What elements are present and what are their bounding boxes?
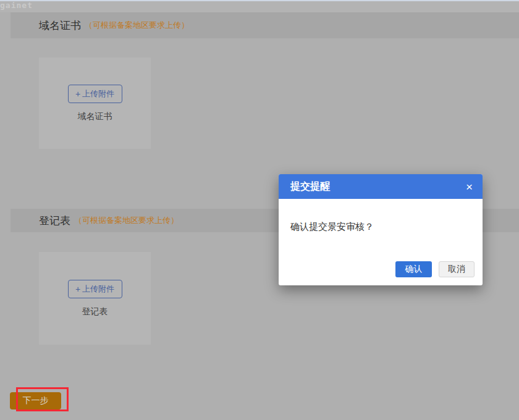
cancel-button[interactable]: 取消	[439, 261, 475, 277]
plus-icon: +	[75, 90, 80, 98]
top-strip	[0, 1, 519, 12]
upload-button-label: 上传附件	[82, 284, 114, 295]
dialog-header: 提交提醒 ×	[279, 174, 483, 199]
plus-icon: +	[75, 285, 80, 293]
section-hint: （可根据备案地区要求上传）	[85, 20, 189, 31]
dialog-footer: 确认 取消	[395, 261, 475, 277]
section-title: 登记表	[39, 214, 70, 228]
dialog-title: 提交提醒	[290, 180, 465, 193]
upload-card-label: 登记表	[82, 306, 108, 317]
upload-attachment-button[interactable]: + 上传附件	[68, 280, 122, 298]
upload-card-registration-form: + 上传附件 登记表	[39, 252, 151, 345]
section-header-domain-certificate: 域名证书 （可根据备案地区要求上传）	[11, 12, 519, 38]
section-title: 域名证书	[39, 19, 81, 33]
highlight-annotation-box	[16, 387, 69, 411]
dialog-message: 确认提交景安审核？	[279, 199, 483, 233]
upload-card-domain-certificate: + 上传附件 域名证书	[39, 57, 151, 149]
close-icon[interactable]: ×	[465, 180, 474, 194]
section-hint: （可根据备案地区要求上传）	[74, 215, 179, 226]
upload-attachment-button[interactable]: + 上传附件	[68, 85, 122, 103]
watermark: gainet	[0, 1, 33, 10]
upload-button-label: 上传附件	[82, 88, 114, 99]
page: gainet 域名证书 （可根据备案地区要求上传） + 上传附件 域名证书 登记…	[0, 0, 519, 420]
submit-confirmation-dialog: 提交提醒 × 确认提交景安审核？ 确认 取消	[279, 174, 483, 285]
upload-card-label: 域名证书	[78, 111, 112, 122]
confirm-button[interactable]: 确认	[395, 261, 432, 277]
